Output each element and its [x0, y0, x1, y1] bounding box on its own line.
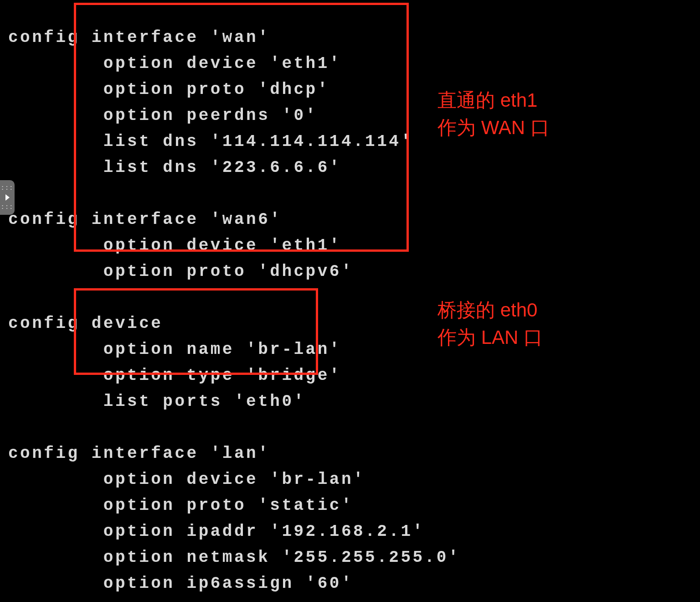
expand-icon: [5, 194, 10, 201]
config-device-block: config device option name 'br-lan' optio…: [8, 314, 341, 411]
terminal-output: config interface 'wan' option device 'et…: [0, 16, 460, 597]
annotation-wan: 直通的 eth1 作为 WAN 口: [438, 87, 550, 141]
annotation-lan: 桥接的 eth0 作为 LAN 口: [438, 296, 543, 351]
config-wan-block: config interface 'wan' option device 'et…: [8, 28, 413, 281]
drag-dots-icon: • • •• • •: [2, 185, 13, 191]
drag-dots-icon: • • •• • •: [2, 204, 13, 210]
side-handle[interactable]: • • •• • • • • •• • •: [0, 180, 15, 215]
config-lan-block: config interface 'lan' option device 'br…: [8, 444, 460, 593]
